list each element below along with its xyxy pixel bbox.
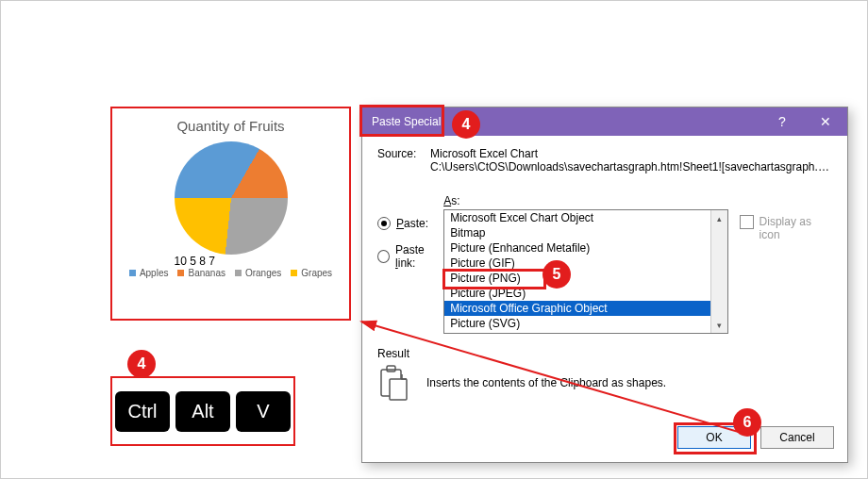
close-button[interactable]: ✕ (804, 107, 847, 136)
step-badge-5: 5 (542, 260, 571, 289)
key-alt: Alt (175, 391, 230, 432)
pie-label-grapes: 7 (209, 255, 215, 268)
source-line-1: Microsoft Excel Chart (430, 147, 832, 160)
chart-title: Quantity of Fruits (176, 118, 284, 134)
listbox-item[interactable]: Microsoft Office Graphic Object (444, 301, 727, 316)
as-label: As: (443, 194, 728, 207)
display-as-icon-checkbox[interactable] (740, 215, 753, 229)
keyboard-shortcut: Ctrl Alt V (110, 376, 295, 446)
result-label: Result (377, 347, 832, 360)
scroll-up-icon[interactable]: ▴ (711, 210, 727, 226)
legend-item-apples: Apples (129, 268, 169, 278)
cancel-button[interactable]: Cancel (760, 426, 834, 449)
radio-paste-link-label: Paste link: (395, 243, 443, 270)
radio-dot-icon (377, 217, 391, 230)
source-line-2: C:\Users\CtOS\Downloads\savechartasgraph… (430, 160, 832, 173)
chart-card: Quantity of Fruits 10 5 8 7 Apples Banan… (110, 107, 351, 321)
highlight-picture-png (442, 269, 546, 289)
radio-paste[interactable]: Paste: (377, 217, 443, 230)
radio-paste-label: Paste: (396, 217, 428, 230)
listbox-scrollbar[interactable]: ▴ ▾ (710, 210, 727, 333)
listbox-item[interactable]: Bitmap (444, 225, 727, 240)
listbox-item[interactable]: Picture (SVG) (444, 316, 727, 331)
legend-item-grapes: Grapes (291, 268, 332, 278)
paste-special-dialog: Paste Special ? ✕ Source: Microsoft Exce… (361, 107, 848, 463)
source-label: Source: (377, 147, 430, 173)
pie-label-apples: 10 (175, 255, 187, 268)
pie-chart: 10 5 8 7 (175, 141, 288, 255)
legend-item-bananas: Bananas (177, 268, 225, 278)
help-button[interactable]: ? (760, 107, 804, 136)
display-as-icon-label: Display as icon (760, 215, 832, 241)
key-ctrl: Ctrl (115, 391, 170, 432)
svg-rect-1 (387, 366, 395, 372)
result-description: Inserts the contents of the Clipboard as… (426, 376, 666, 389)
listbox-item[interactable]: Picture (Enhanced Metafile) (444, 240, 727, 256)
radio-paste-link[interactable]: Paste link: (377, 243, 443, 270)
scroll-down-icon[interactable]: ▾ (711, 317, 727, 333)
step-badge-4-keys: 4 (127, 350, 156, 378)
key-v: V (236, 391, 291, 432)
highlight-title (359, 105, 444, 137)
chart-legend: Apples Bananas Oranges Grapes (129, 268, 332, 278)
clipboard-icon (377, 364, 411, 402)
pie-label-bananas: 5 (190, 255, 196, 268)
pie-label-oranges: 8 (199, 255, 206, 268)
legend-item-oranges: Oranges (235, 268, 281, 278)
svg-rect-2 (390, 379, 407, 400)
radio-dot-icon (377, 250, 390, 263)
listbox-item[interactable]: Microsoft Excel Chart Object (444, 210, 727, 225)
step-badge-4-title: 4 (452, 110, 480, 139)
step-badge-6: 6 (733, 408, 761, 437)
